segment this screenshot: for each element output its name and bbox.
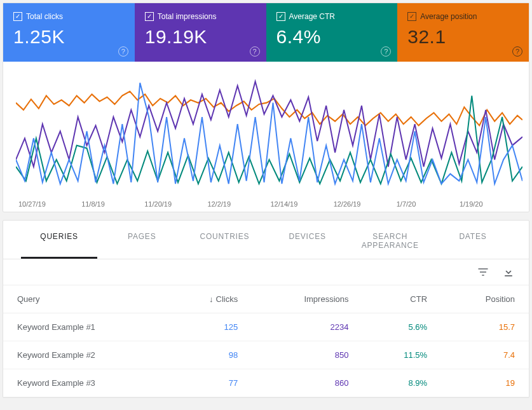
tab-devices[interactable]: DEVICES: [269, 221, 346, 259]
tile-label: Total clicks: [26, 12, 63, 21]
help-icon[interactable]: ?: [512, 46, 522, 57]
cell-impressions: 860: [252, 369, 362, 397]
tile-value: 1.25K: [13, 26, 125, 48]
tile-label: Average position: [420, 12, 477, 21]
col-position[interactable]: Position: [441, 285, 529, 313]
dimension-tabs: QUERIES PAGES COUNTRIES DEVICES SEARCH A…: [3, 221, 529, 259]
cell-ctr: 5.6%: [363, 313, 442, 341]
cell-impressions: 850: [252, 341, 362, 369]
x-tick: 11/8/19: [81, 200, 144, 208]
chart-x-axis: 10/27/19 11/8/19 11/20/19 12/2/19 12/14/…: [16, 200, 522, 208]
x-tick: 12/26/19: [334, 200, 397, 208]
col-impressions[interactable]: Impressions: [252, 285, 362, 313]
cell-query: Keyword Example #3: [3, 369, 165, 397]
cell-position: 15.7: [441, 313, 529, 341]
tile-value: 19.19K: [145, 26, 256, 48]
tab-dates[interactable]: DATES: [435, 221, 511, 259]
col-clicks[interactable]: ↓ Clicks: [165, 285, 252, 313]
cell-clicks: 125: [165, 313, 252, 341]
cell-impressions: 2234: [252, 313, 362, 341]
tile-value: 32.1: [407, 26, 519, 48]
x-tick: 1/19/20: [460, 200, 522, 208]
help-icon[interactable]: ?: [250, 46, 260, 57]
cell-clicks: 77: [165, 369, 252, 397]
tab-pages[interactable]: PAGES: [104, 221, 180, 259]
tile-total-clicks[interactable]: ✓ Total clicks 1.25K ?: [3, 3, 135, 62]
cell-position: 7.4: [441, 341, 529, 369]
cell-ctr: 8.9%: [363, 369, 442, 397]
tile-label: Average CTR: [289, 12, 335, 21]
tab-countries[interactable]: COUNTRIES: [186, 221, 263, 259]
table-row[interactable]: Keyword Example #1 125 2234 5.6% 15.7: [3, 313, 529, 341]
cell-clicks: 98: [165, 341, 252, 369]
x-tick: 11/20/19: [144, 200, 207, 208]
cell-ctr: 11.5%: [363, 341, 442, 369]
checkbox-icon: ✓: [145, 12, 154, 21]
tile-average-position[interactable]: ✓ Average position 32.1 ?: [397, 3, 529, 62]
performance-chart: 10/27/19 11/8/19 11/20/19 12/2/19 12/14/…: [3, 62, 529, 212]
filter-icon[interactable]: [477, 266, 489, 278]
queries-card: QUERIES PAGES COUNTRIES DEVICES SEARCH A…: [3, 220, 529, 398]
x-tick: 1/7/20: [397, 200, 460, 208]
x-tick: 12/14/19: [271, 200, 334, 208]
help-icon[interactable]: ?: [118, 46, 128, 57]
tile-total-impressions[interactable]: ✓ Total impressions 19.19K ?: [135, 3, 266, 62]
sort-arrow-icon: ↓: [209, 294, 214, 304]
checkbox-icon: ✓: [276, 12, 285, 21]
help-icon[interactable]: ?: [381, 46, 391, 57]
table-header-row: Query ↓ Clicks Impressions CTR Position: [3, 285, 529, 313]
queries-table: Query ↓ Clicks Impressions CTR Position …: [3, 285, 529, 397]
series-position: [16, 92, 522, 126]
checkbox-icon: ✓: [13, 12, 22, 21]
col-query[interactable]: Query: [3, 285, 165, 313]
tab-queries[interactable]: QUERIES: [21, 221, 97, 259]
col-ctr[interactable]: CTR: [363, 285, 442, 313]
table-toolbar: [3, 259, 529, 285]
x-tick: 12/2/19: [207, 200, 270, 208]
chart-svg: [16, 74, 522, 195]
tab-search-appearance[interactable]: SEARCH APPEARANCE: [352, 221, 428, 259]
cell-query: Keyword Example #2: [3, 341, 165, 369]
tile-label: Total impressions: [158, 12, 217, 21]
tile-value: 6.4%: [276, 26, 388, 48]
performance-card: ✓ Total clicks 1.25K ? ✓ Total impressio…: [3, 3, 529, 212]
tile-average-ctr[interactable]: ✓ Average CTR 6.4% ?: [266, 3, 398, 62]
cell-position: 19: [441, 369, 529, 397]
metric-tiles: ✓ Total clicks 1.25K ? ✓ Total impressio…: [3, 3, 529, 62]
cell-query: Keyword Example #1: [3, 313, 165, 341]
table-row[interactable]: Keyword Example #3 77 860 8.9% 19: [3, 369, 529, 397]
download-icon[interactable]: [502, 266, 515, 278]
x-tick: 10/27/19: [18, 200, 81, 208]
table-row[interactable]: Keyword Example #2 98 850 11.5% 7.4: [3, 341, 529, 369]
checkbox-icon: ✓: [407, 12, 416, 21]
